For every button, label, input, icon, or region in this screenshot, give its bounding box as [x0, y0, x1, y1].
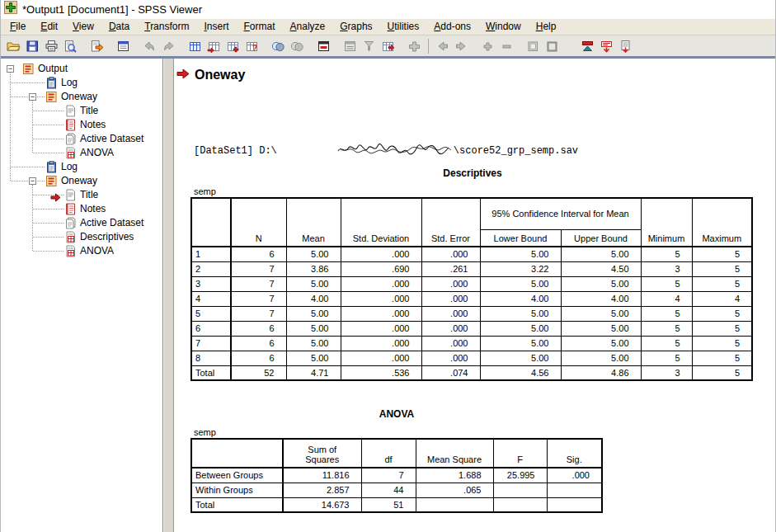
outline-pane[interactable]: −OutputLog−OnewayTitleNotesActive Datase… [1, 59, 163, 532]
outline-item-log[interactable]: Log [61, 160, 78, 174]
outline-item-title[interactable]: Title [80, 104, 98, 118]
open-file-icon[interactable] [4, 37, 23, 55]
menu-format[interactable]: Format [237, 19, 283, 35]
descriptives-cell: 7 [231, 291, 286, 306]
outline-item-active-dataset[interactable]: Active Dataset [80, 216, 143, 230]
menu-edit[interactable]: Edit [33, 19, 65, 35]
tree-collapse-toggle[interactable]: − [29, 177, 36, 185]
outline-item-notes[interactable]: Notes [80, 118, 106, 132]
insert-item-icon [405, 37, 424, 55]
variables-icon[interactable] [223, 37, 242, 55]
descriptives-title: Descriptives [190, 167, 755, 179]
descriptives-row: 375.00.000.0005.005.0055 [191, 276, 752, 291]
menu-analyze[interactable]: Analyze [283, 19, 333, 35]
descriptives-row-label: 3 [191, 276, 231, 291]
descriptives-cell: 5 [641, 321, 692, 336]
menu-view[interactable]: View [65, 19, 101, 35]
outline-item-descriptives[interactable]: Descriptives [80, 230, 134, 244]
col-header-mean: Mean [286, 198, 341, 247]
descriptives-table[interactable]: N Mean Std. Deviation Std. Error 95% Con… [190, 197, 753, 381]
designate-window-icon[interactable] [314, 37, 333, 55]
descriptives-stub-header [191, 198, 231, 247]
menu-graphs[interactable]: Graphs [332, 19, 379, 35]
descriptives-cell: 5.00 [480, 336, 561, 351]
save-file-icon[interactable] [23, 37, 42, 55]
descriptives-cell: 5 [692, 336, 752, 351]
goto-case-icon[interactable] [205, 37, 223, 55]
descriptives-cell: 5.00 [480, 306, 561, 321]
descriptives-cell: 5.00 [480, 351, 561, 365]
descriptives-cell: 5 [692, 306, 752, 321]
goto-output-item-icon[interactable] [379, 37, 397, 55]
descriptives-row-label: 2 [191, 261, 231, 276]
descriptives-cell: 5 [641, 306, 692, 321]
anova-row-label: Total [191, 497, 283, 512]
anova-row: Within Groups2.85744.065 [191, 483, 602, 497]
dataset-path-prefix: [DataSet1] D:\ [194, 145, 277, 157]
insert-heading-icon[interactable] [578, 37, 597, 55]
print-icon[interactable] [42, 37, 61, 55]
app-icon [4, 1, 17, 17]
anova-cell: 1.688 [416, 468, 493, 483]
anova-row-label: Within Groups [191, 483, 283, 497]
descriptives-cell: .536 [341, 365, 421, 380]
pane-splitter[interactable] [163, 59, 174, 532]
descriptives-cell: 5.00 [480, 247, 561, 261]
insert-text-icon[interactable] [616, 37, 635, 55]
dataset-path-line: [DataSet1] D:\ \score52_grp_semp.sav [194, 132, 578, 170]
outline-item-notes[interactable]: Notes [80, 202, 106, 216]
recall-dialogs-icon[interactable] [114, 37, 133, 55]
outline-item-oneway[interactable]: Oneway [61, 90, 97, 104]
descriptives-cell: 5.00 [561, 306, 641, 321]
menu-help[interactable]: Help [529, 19, 564, 35]
tree-collapse-toggle[interactable]: − [29, 93, 36, 101]
menu-add-ons[interactable]: Add-ons [426, 19, 478, 35]
menu-file[interactable]: File [2, 19, 33, 35]
col-header-minimum: Minimum [641, 198, 692, 247]
print-preview-icon[interactable] [61, 37, 80, 55]
descriptives-row-label: Total [191, 365, 231, 380]
insert-title-icon[interactable] [597, 37, 616, 55]
outline-item-title-selected[interactable]: Title [80, 188, 98, 202]
outline-item-output[interactable]: Output [38, 62, 68, 76]
descriptives-cell: .000 [421, 336, 480, 351]
book-icon [45, 175, 58, 187]
descriptives-cell: 5.00 [561, 247, 641, 261]
outline-item-anova[interactable]: ANOVA [80, 146, 114, 160]
svg-text:?: ? [252, 44, 257, 53]
anova-block: ANOVA semp Sum of Squares df Mean Square… [190, 408, 603, 513]
descriptives-cell: 5.00 [286, 306, 341, 321]
anova-table[interactable]: Sum of Squares df Mean Square F Sig. Bet… [190, 438, 603, 513]
menu-transform[interactable]: Transform [137, 19, 196, 35]
outline-item-oneway[interactable]: Oneway [61, 174, 97, 188]
outline-item-active-dataset[interactable]: Active Dataset [80, 132, 143, 146]
table-icon [64, 245, 77, 257]
anova-cell [493, 497, 547, 512]
descriptives-row-label: 8 [191, 351, 231, 365]
descriptives-cell: 5 [692, 321, 752, 336]
outline-item-anova[interactable]: ANOVA [80, 244, 114, 258]
goto-data-icon[interactable] [186, 37, 205, 55]
oneway-heading: Oneway [195, 68, 245, 82]
menubar: FileEditViewDataTransformInsertFormatAna… [1, 18, 775, 35]
tree-collapse-toggle[interactable]: − [7, 65, 14, 73]
find-icon[interactable]: ? [242, 37, 261, 55]
tree-connector-line [32, 101, 33, 153]
menu-data[interactable]: Data [101, 19, 137, 35]
descriptives-cell: 5 [692, 247, 752, 261]
tree-connector-line [33, 153, 63, 153]
menu-insert[interactable]: Insert [196, 19, 236, 35]
export-output-icon[interactable] [87, 37, 106, 55]
output-pane[interactable]: Oneway [DataSet1] D:\ \score52_grp_semp.… [174, 59, 775, 532]
anova-cell [493, 483, 547, 497]
outline-item-log[interactable]: Log [61, 76, 78, 90]
descriptives-cell: .000 [421, 291, 480, 306]
descriptives-cell: 5 [641, 247, 692, 261]
title-icon [64, 105, 77, 117]
descriptives-cell: .261 [421, 261, 480, 276]
descriptives-cell: .000 [421, 276, 480, 291]
menu-window[interactable]: Window [478, 19, 529, 35]
use-variable-sets-icon[interactable] [269, 37, 288, 55]
menu-utilities[interactable]: Utilities [380, 19, 427, 35]
anova-variable-label: semp [190, 427, 603, 438]
